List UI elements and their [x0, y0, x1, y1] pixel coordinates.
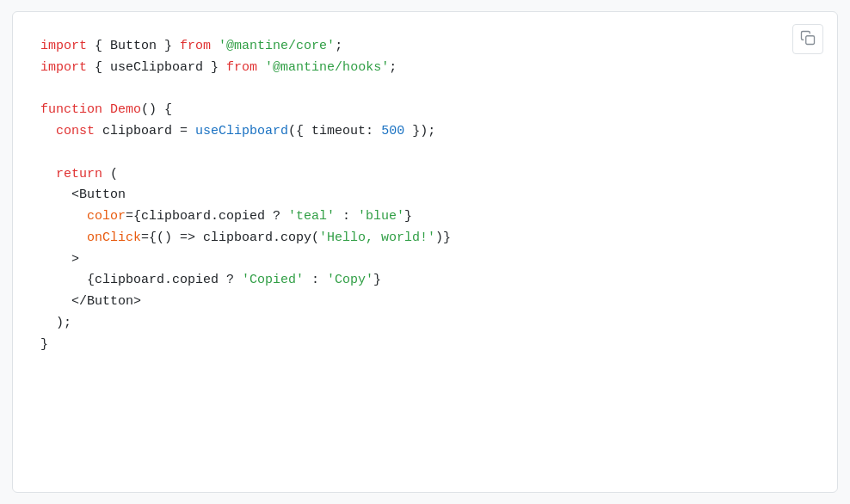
code-line-1: import { Button } from '@mantine/core';: [40, 36, 810, 58]
code-editor: import { Button } from '@mantine/core'; …: [12, 11, 838, 493]
code-line-5: const clipboard = useClipboard({ timeout…: [40, 121, 810, 143]
blank-line-2: [40, 143, 810, 164]
code-line-9: color={clipboard.copied ? 'teal' : 'blue…: [40, 206, 810, 228]
code-line-11: >: [40, 249, 810, 271]
blank-line-1: [40, 79, 810, 101]
code-line-13: </Button>: [40, 292, 810, 313]
code-line-12: {clipboard.copied ? 'Copied' : 'Copy'}: [40, 270, 810, 292]
code-line-14: );: [40, 313, 810, 335]
code-line-15: }: [40, 335, 810, 356]
code-line-8: <Button: [40, 185, 810, 206]
copy-button[interactable]: [792, 24, 823, 54]
code-line-2: import { useClipboard } from '@mantine/h…: [40, 58, 810, 79]
code-line-10: onClick={() => clipboard.copy('Hello, wo…: [40, 228, 810, 249]
code-line-7: return (: [40, 164, 810, 186]
svg-rect-0: [806, 36, 815, 45]
code-content: import { Button } from '@mantine/core'; …: [13, 12, 837, 379]
copy-icon: [800, 30, 816, 48]
code-line-4: function Demo() {: [40, 100, 810, 121]
